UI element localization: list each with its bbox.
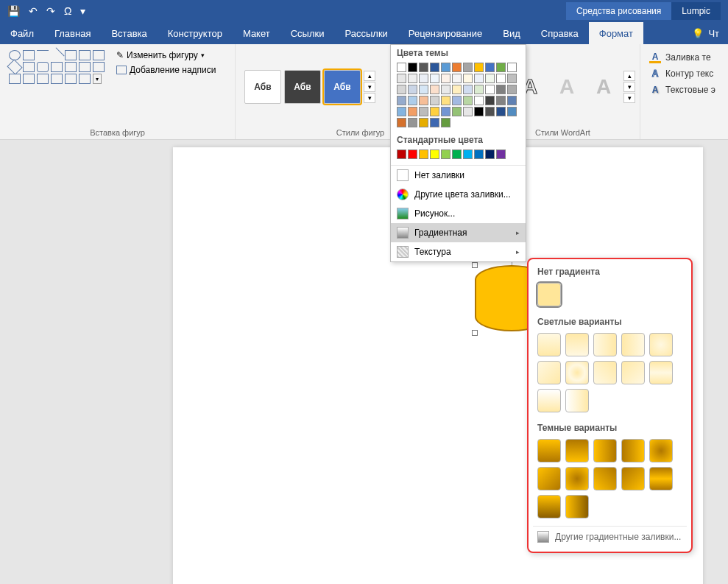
color-swatch[interactable] bbox=[474, 107, 484, 116]
gradient-swatch[interactable] bbox=[649, 333, 673, 356]
color-swatch[interactable] bbox=[463, 74, 473, 83]
gradient-swatch[interactable] bbox=[649, 439, 673, 462]
color-swatch[interactable] bbox=[408, 63, 417, 72]
color-swatch[interactable] bbox=[397, 149, 406, 159]
color-swatch[interactable] bbox=[496, 85, 506, 94]
tab-review[interactable]: Рецензирование bbox=[398, 22, 492, 44]
gradient-swatch[interactable] bbox=[537, 495, 561, 518]
color-swatch[interactable] bbox=[496, 96, 506, 105]
gradient-swatch[interactable] bbox=[565, 333, 589, 356]
color-swatch[interactable] bbox=[408, 107, 417, 116]
gradient-fill-item[interactable]: Градиентная ▸ bbox=[391, 223, 526, 242]
text-fill-button[interactable]: A Заливка те bbox=[646, 50, 722, 65]
gradient-swatch[interactable] bbox=[565, 467, 589, 490]
gallery-more-button[interactable]: ▾ bbox=[364, 93, 375, 103]
gradient-swatch[interactable] bbox=[649, 361, 673, 384]
color-swatch[interactable] bbox=[441, 118, 450, 127]
shapes-gallery[interactable]: ▾ bbox=[6, 47, 107, 126]
color-swatch[interactable] bbox=[463, 85, 473, 94]
gradient-swatch[interactable] bbox=[537, 439, 561, 462]
gradient-swatch[interactable] bbox=[537, 361, 561, 384]
gradient-swatch[interactable] bbox=[621, 361, 645, 384]
tab-home[interactable]: Главная bbox=[44, 22, 101, 44]
color-swatch[interactable] bbox=[397, 85, 406, 94]
color-swatch[interactable] bbox=[397, 107, 406, 116]
color-swatch[interactable] bbox=[430, 85, 439, 94]
color-swatch[interactable] bbox=[474, 149, 484, 159]
color-swatch[interactable] bbox=[397, 96, 406, 105]
color-swatch[interactable] bbox=[474, 96, 484, 105]
wa-gallery-up[interactable]: ▴ bbox=[623, 71, 635, 81]
tab-references[interactable]: Ссылки bbox=[280, 22, 335, 44]
gradient-swatch[interactable] bbox=[621, 333, 645, 356]
gradient-swatch[interactable] bbox=[593, 467, 617, 490]
color-swatch[interactable] bbox=[430, 118, 439, 127]
color-swatch[interactable] bbox=[485, 96, 495, 105]
color-swatch[interactable] bbox=[419, 74, 428, 83]
text-effects-button[interactable]: A Текстовые э bbox=[646, 82, 722, 97]
more-gradients-item[interactable]: Другие градиентные заливки... bbox=[533, 526, 687, 547]
picture-fill-item[interactable]: Рисунок... bbox=[391, 204, 526, 223]
color-swatch[interactable] bbox=[507, 96, 517, 105]
selection-handle[interactable] bbox=[472, 330, 478, 336]
color-swatch[interactable] bbox=[452, 74, 462, 83]
tab-view[interactable]: Вид bbox=[492, 22, 531, 44]
color-swatch[interactable] bbox=[507, 63, 517, 72]
color-swatch[interactable] bbox=[496, 149, 506, 159]
tab-layout[interactable]: Макет bbox=[233, 22, 280, 44]
undo-icon[interactable]: ↶ bbox=[29, 5, 38, 17]
tab-format[interactable]: Формат bbox=[589, 22, 643, 44]
color-swatch[interactable] bbox=[463, 107, 473, 116]
gradient-swatch[interactable] bbox=[565, 439, 589, 462]
color-swatch[interactable] bbox=[441, 74, 450, 83]
color-swatch[interactable] bbox=[485, 107, 495, 116]
color-swatch[interactable] bbox=[463, 96, 473, 105]
color-swatch[interactable] bbox=[441, 85, 450, 94]
tab-help[interactable]: Справка bbox=[531, 22, 589, 44]
color-swatch[interactable] bbox=[507, 85, 517, 94]
color-swatch[interactable] bbox=[419, 63, 428, 72]
gradient-swatch[interactable] bbox=[537, 467, 561, 490]
gradient-swatch[interactable] bbox=[593, 333, 617, 356]
color-swatch[interactable] bbox=[496, 63, 506, 72]
wa-gallery-down[interactable]: ▾ bbox=[623, 82, 635, 92]
color-swatch[interactable] bbox=[485, 74, 495, 83]
selection-handle[interactable] bbox=[472, 262, 478, 268]
color-swatch[interactable] bbox=[419, 96, 428, 105]
color-swatch[interactable] bbox=[452, 107, 462, 116]
gradient-swatch[interactable] bbox=[565, 495, 589, 518]
gradient-swatch[interactable] bbox=[565, 361, 589, 384]
color-swatch[interactable] bbox=[408, 85, 417, 94]
color-swatch[interactable] bbox=[441, 96, 450, 105]
tab-design[interactable]: Конструктор bbox=[158, 22, 233, 44]
more-colors-item[interactable]: Другие цвета заливки... bbox=[391, 185, 526, 204]
color-swatch[interactable] bbox=[408, 149, 417, 159]
wa-gallery-more[interactable]: ▾ bbox=[623, 93, 635, 103]
edit-shape-button[interactable]: ✎ Изменить фигуру ▾ bbox=[112, 49, 221, 62]
color-swatch[interactable] bbox=[441, 149, 450, 159]
gradient-swatch[interactable] bbox=[593, 361, 617, 384]
color-swatch[interactable] bbox=[397, 118, 406, 127]
color-swatch[interactable] bbox=[452, 96, 462, 105]
style-sample-3[interactable]: Абв bbox=[324, 70, 361, 104]
wordart-gallery[interactable]: A A A ▴ ▾ ▾ bbox=[510, 47, 638, 126]
wa-sample-2[interactable]: A bbox=[550, 70, 584, 104]
color-swatch[interactable] bbox=[430, 149, 439, 159]
color-swatch[interactable] bbox=[430, 63, 439, 72]
color-swatch[interactable] bbox=[452, 85, 462, 94]
gradient-swatch[interactable] bbox=[621, 467, 645, 490]
style-sample-1[interactable]: Абв bbox=[244, 70, 281, 104]
color-swatch[interactable] bbox=[485, 85, 495, 94]
texture-fill-item[interactable]: Текстура ▸ bbox=[391, 242, 526, 261]
gradient-swatch[interactable] bbox=[621, 439, 645, 462]
customize-qat-icon[interactable]: ▾ bbox=[80, 5, 85, 17]
color-swatch[interactable] bbox=[430, 107, 439, 116]
color-swatch[interactable] bbox=[496, 107, 506, 116]
color-swatch[interactable] bbox=[419, 107, 428, 116]
color-swatch[interactable] bbox=[485, 149, 495, 159]
shape-styles-gallery[interactable]: Абв Абв Абв ▴ ▾ ▾ bbox=[241, 47, 378, 126]
color-swatch[interactable] bbox=[441, 107, 450, 116]
color-swatch[interactable] bbox=[463, 149, 473, 159]
gallery-down-button[interactable]: ▾ bbox=[364, 82, 375, 92]
text-outline-button[interactable]: A Контур текс bbox=[646, 66, 722, 81]
